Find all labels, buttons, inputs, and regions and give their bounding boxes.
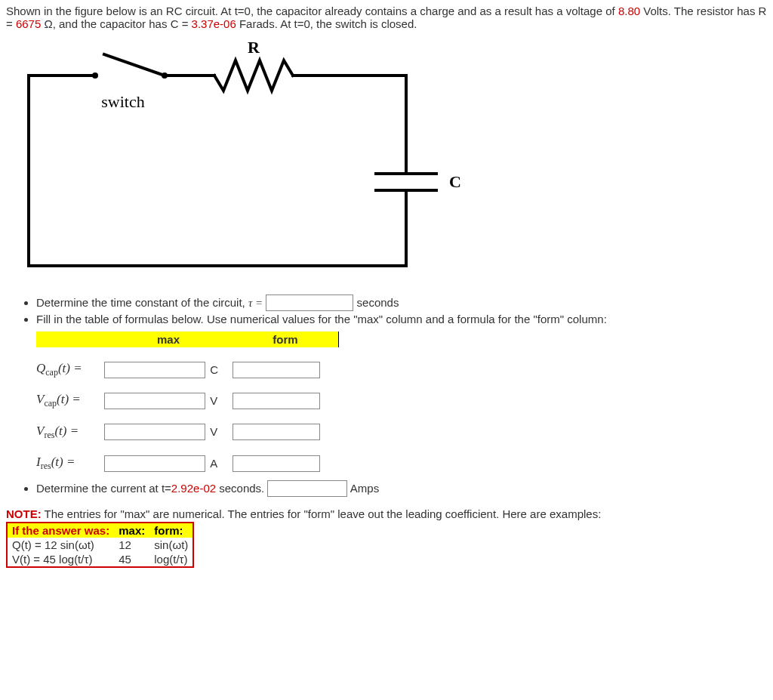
svg-line-9 (104, 54, 165, 76)
row-label-Ires: Ires(t) = (36, 455, 104, 472)
intro-text-4: Farads. At t=0, the switch is closed. (236, 17, 417, 30)
input-Vcap-form[interactable] (233, 393, 320, 409)
question-table-intro: Fill in the table of formulas below. Use… (36, 313, 767, 325)
problem-statement: Shown in the figure below is an RC circu… (6, 5, 767, 30)
intro-text-3: Ω, and the capacitor has C = (41, 17, 191, 30)
label-C: C (449, 172, 461, 191)
note: NOTE: The entries for "max" are numerica… (6, 507, 767, 520)
label-R: R (248, 39, 260, 57)
example-r2-form: log(t/τ) (149, 552, 193, 567)
example-header-b: max: (114, 523, 149, 538)
example-header-a: If the answer was: (7, 523, 114, 538)
row-label-Vres: Vres(t) = (36, 424, 104, 441)
intro-text-1: Shown in the figure below is an RC circu… (6, 5, 618, 17)
value-initial-voltage: 8.80 (618, 5, 640, 17)
formula-table: max form Qcap(t) = C Vcap(t) = V Vres(t)… (36, 331, 767, 473)
question-list: Determine the time constant of the circu… (6, 294, 767, 325)
input-Ires-max[interactable] (104, 455, 205, 472)
input-Vres-max[interactable] (104, 424, 205, 440)
input-Qcap-form[interactable] (233, 362, 320, 378)
question-tau: Determine the time constant of the circu… (36, 294, 767, 311)
example-header-c: form: (149, 523, 193, 538)
input-Qcap-max[interactable] (104, 362, 205, 378)
example-r2-lhs: V(t) = 45 log(t/τ) (7, 552, 114, 567)
label-switch: switch (101, 92, 144, 111)
input-Vres-form[interactable] (233, 424, 320, 440)
example-table: If the answer was: max: form: Q(t) = 12 … (6, 522, 194, 568)
example-r2-max: 45 (114, 552, 149, 567)
col-header-max: max (104, 331, 233, 347)
example-r1-max: 12 (114, 538, 149, 552)
question-current: Determine the current at t=2.92e-02 seco… (36, 480, 767, 497)
value-capacitance: 3.37e-06 (192, 17, 236, 30)
svg-point-11 (92, 72, 98, 79)
col-header-form: form (233, 331, 339, 347)
input-Vcap-max[interactable] (104, 393, 205, 409)
input-tau[interactable] (266, 294, 353, 311)
row-label-Qcap: Qcap(t) = (36, 361, 104, 378)
value-resistance: 6675 (16, 17, 41, 30)
example-r1-form: sin(ωt) (149, 538, 193, 552)
input-current[interactable] (267, 480, 347, 497)
input-Ires-form[interactable] (233, 455, 320, 472)
circuit-diagram: R C switch (6, 39, 767, 281)
example-r1-lhs: Q(t) = 12 sin(ωt) (7, 538, 114, 552)
value-time: 2.92e-02 (171, 482, 216, 495)
row-label-Vcap: Vcap(t) = (36, 392, 104, 409)
